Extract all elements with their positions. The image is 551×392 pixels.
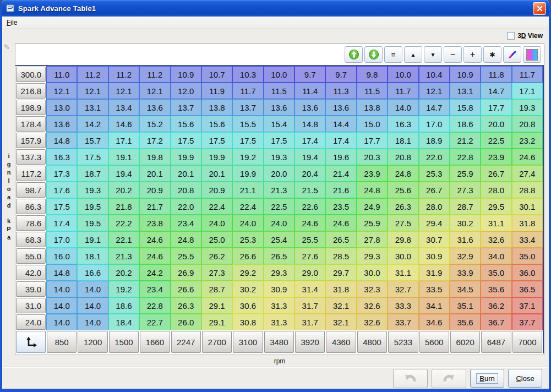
table-cell[interactable]: 29.3 (264, 264, 294, 281)
table-cell[interactable]: 32.6 (481, 231, 511, 248)
y-axis-value[interactable]: 39.0 (16, 281, 46, 297)
table-cell[interactable]: 24.6 (325, 215, 356, 231)
table-cell[interactable]: 26.5 (264, 248, 294, 264)
table-cell[interactable]: 22.8 (139, 297, 170, 314)
title-bar[interactable]: Spark Advance Table1 (2, 0, 549, 17)
table-cell[interactable]: 17.5 (264, 132, 294, 149)
table-cell[interactable]: 34.0 (481, 248, 511, 264)
table-cell[interactable]: 19.9 (201, 149, 232, 165)
table-cell[interactable]: 24.6 (294, 215, 325, 231)
y-axis-value[interactable]: 216.8 (16, 83, 46, 99)
table-cell[interactable]: 29.8 (388, 231, 418, 248)
table-cell[interactable]: 17.1 (512, 83, 543, 99)
y-axis-value[interactable]: 86.3 (16, 199, 46, 214)
table-cell[interactable]: 12.1 (419, 83, 450, 99)
table-cell[interactable]: 29.7 (325, 264, 356, 281)
table-cell[interactable]: 19.1 (108, 149, 139, 165)
table-cell[interactable]: 27.8 (357, 231, 388, 248)
table-cell[interactable]: 10.7 (201, 66, 232, 83)
table-cell[interactable]: 26.6 (171, 281, 201, 297)
table-cell[interactable]: 11.7 (512, 66, 543, 83)
table-cell[interactable]: 20.1 (171, 165, 201, 182)
table-cell[interactable]: 14.0 (46, 281, 77, 297)
table-cell[interactable]: 24.8 (357, 182, 388, 198)
table-cell[interactable]: 37.7 (512, 314, 543, 330)
table-cell[interactable]: 30.9 (419, 248, 450, 264)
table-cell[interactable]: 22.8 (450, 149, 481, 165)
table-cell[interactable]: 34.5 (450, 281, 481, 297)
table-cell[interactable]: 21.3 (108, 248, 139, 264)
table-cell[interactable]: 36.0 (512, 264, 543, 281)
table-cell[interactable]: 17.4 (325, 132, 356, 149)
table-cell[interactable]: 22.5 (481, 132, 511, 149)
table-cell[interactable]: 12.1 (139, 83, 170, 99)
table-cell[interactable]: 14.0 (77, 297, 108, 314)
table-cell[interactable]: 26.3 (171, 297, 201, 314)
table-cell[interactable]: 28.0 (481, 182, 511, 198)
table-cell[interactable]: 15.2 (139, 116, 170, 132)
table-cell[interactable]: 13.8 (201, 99, 232, 116)
table-cell[interactable]: 24.6 (512, 149, 543, 165)
table-cell[interactable]: 33.3 (388, 297, 418, 314)
table-cell[interactable]: 16.6 (77, 264, 108, 281)
y-axis-value[interactable]: 78.6 (16, 215, 46, 231)
table-cell[interactable]: 21.5 (294, 182, 325, 198)
table-cell[interactable]: 37.1 (512, 297, 543, 314)
table-cell[interactable]: 19.8 (139, 149, 170, 165)
table-cell[interactable]: 31.4 (294, 281, 325, 297)
table-cell[interactable]: 11.3 (325, 83, 356, 99)
table-cell[interactable]: 14.0 (46, 314, 77, 330)
table-cell[interactable]: 17.1 (108, 132, 139, 149)
table-cell[interactable]: 10.9 (171, 66, 201, 83)
table-cell[interactable]: 21.4 (325, 165, 356, 182)
table-cell[interactable]: 14.8 (294, 116, 325, 132)
table-cell[interactable]: 32.6 (357, 314, 388, 330)
table-cell[interactable]: 26.6 (232, 248, 263, 264)
x-axis-value[interactable]: 4800 (357, 331, 387, 353)
x-axis-value[interactable]: 1660 (140, 331, 170, 353)
table-cell[interactable]: 29.0 (294, 264, 325, 281)
y-axis-value[interactable]: 300.0 (16, 67, 46, 82)
table-cell[interactable]: 20.9 (201, 182, 232, 198)
edit-pencil-button[interactable] (503, 46, 521, 63)
table-cell[interactable]: 29.2 (232, 264, 263, 281)
table-cell[interactable]: 10.9 (450, 66, 481, 83)
table-cell[interactable]: 13.1 (450, 83, 481, 99)
table-cell[interactable]: 18.4 (108, 314, 139, 330)
table-cell[interactable]: 12.1 (108, 83, 139, 99)
table-cell[interactable]: 27.3 (450, 182, 481, 198)
table-cell[interactable]: 11.9 (201, 83, 232, 99)
table-cell[interactable]: 25.3 (419, 165, 450, 182)
table-cell[interactable]: 24.6 (139, 248, 170, 264)
table-cell[interactable]: 33.9 (450, 264, 481, 281)
y-axis-value[interactable]: 55.0 (16, 248, 46, 264)
table-cell[interactable]: 24.8 (171, 231, 201, 248)
table-cell[interactable]: 13.4 (108, 99, 139, 116)
x-axis-value[interactable]: 7000 (512, 331, 542, 353)
table-cell[interactable]: 25.4 (264, 231, 294, 248)
x-axis-value[interactable]: 5600 (419, 331, 449, 353)
table-cell[interactable]: 21.3 (264, 182, 294, 198)
table-cell[interactable]: 26.3 (388, 198, 418, 215)
table-cell[interactable]: 17.5 (232, 132, 263, 149)
table-cell[interactable]: 17.4 (46, 215, 77, 231)
table-cell[interactable]: 14.7 (419, 99, 450, 116)
table-cell[interactable]: 29.5 (481, 198, 511, 215)
table-cell[interactable]: 23.9 (481, 149, 511, 165)
table-cell[interactable]: 17.7 (481, 99, 511, 116)
table-cell[interactable]: 15.6 (171, 116, 201, 132)
table-cell[interactable]: 26.5 (325, 231, 356, 248)
table-cell[interactable]: 30.0 (357, 264, 388, 281)
table-cell[interactable]: 9.8 (357, 66, 388, 83)
view-3d-checkbox[interactable] (507, 32, 515, 40)
table-cell[interactable]: 20.4 (294, 165, 325, 182)
table-cell[interactable]: 27.4 (512, 165, 543, 182)
x-axis-value[interactable]: 3100 (233, 331, 263, 353)
table-cell[interactable]: 31.7 (294, 297, 325, 314)
table-cell[interactable]: 22.2 (108, 215, 139, 231)
table-cell[interactable]: 23.9 (357, 165, 388, 182)
table-cell[interactable]: 24.9 (357, 198, 388, 215)
table-cell[interactable]: 19.9 (232, 165, 263, 182)
table-cell[interactable]: 12.1 (77, 83, 108, 99)
table-cell[interactable]: 13.1 (77, 99, 108, 116)
